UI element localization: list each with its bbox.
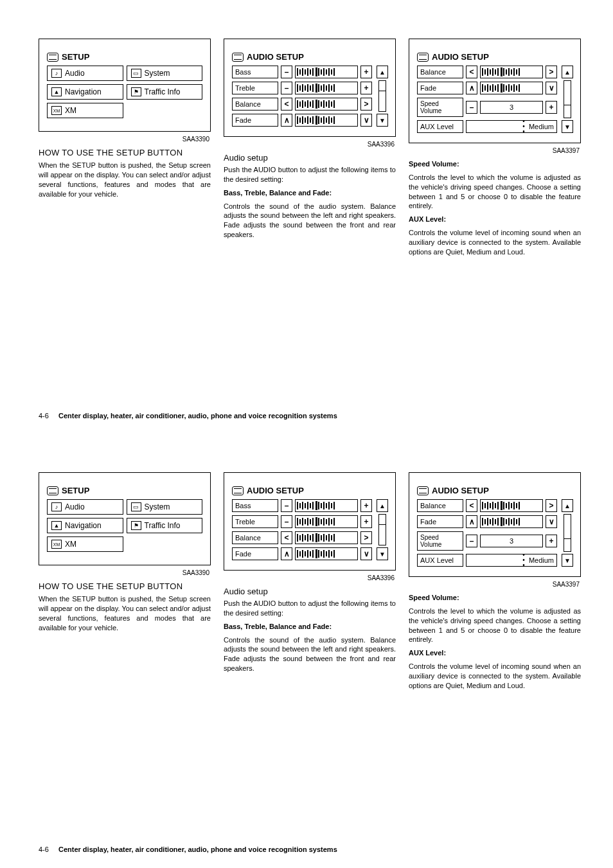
btbf-heading: Bass, Treble, Balance and Fade: — [224, 622, 396, 632]
setup-icon — [417, 486, 429, 495]
fade2-inc-button[interactable]: ∨ — [546, 82, 557, 94]
balance-bar[interactable] — [295, 531, 358, 544]
fade-bar[interactable] — [295, 547, 358, 560]
row-treble: Treble – + — [232, 515, 372, 528]
speed-volume-value: 3 — [480, 101, 543, 114]
bass-inc-button[interactable]: + — [360, 499, 372, 512]
menu-traffic[interactable]: ⚑ Traffic Info — [127, 518, 203, 533]
balance2-dec-button[interactable]: < — [466, 66, 477, 78]
balance-inc-button[interactable]: > — [360, 531, 372, 544]
how-to-body: When the SETUP button is pushed, the Set… — [39, 161, 211, 199]
scrollbar[interactable]: ▲ ▼ — [376, 66, 389, 127]
balance2-inc-button[interactable]: > — [546, 66, 557, 78]
scroll-up-icon[interactable]: ▲ — [377, 499, 388, 512]
balance-inc-button[interactable]: > — [360, 98, 372, 111]
fade-inc-button[interactable]: ∨ — [360, 547, 372, 560]
page-footer: 4-6 Center display, heater, air conditio… — [39, 846, 337, 853]
menu-xm[interactable]: XM XM — [47, 536, 123, 552]
balance2-dec-button[interactable]: < — [466, 499, 477, 512]
speedvol-inc-button[interactable]: + — [546, 101, 557, 114]
speed-volume-heading: Speed Volume: — [409, 159, 581, 169]
page-number: 4-6 — [39, 846, 49, 853]
row-bass: Bass – + — [232, 499, 372, 512]
footer-section: Center display, heater, air conditioner,… — [58, 412, 337, 420]
scrollbar[interactable]: ▲ ▼ — [561, 66, 574, 133]
bass-inc-button[interactable]: + — [360, 66, 372, 78]
bass-dec-button[interactable]: – — [281, 499, 292, 512]
bass-dec-button[interactable]: – — [281, 66, 292, 78]
treble-bar[interactable] — [295, 515, 358, 528]
note-icon: ♪ — [51, 502, 62, 511]
setup-icon — [47, 486, 58, 495]
scrollbar[interactable]: ▲ ▼ — [376, 499, 389, 560]
menu-system[interactable]: ▭ System — [127, 66, 203, 81]
scroll-up-icon[interactable]: ▲ — [562, 66, 573, 78]
row-balance-2: Balance < > — [417, 499, 557, 512]
scroll-down-icon[interactable]: ▼ — [562, 120, 573, 133]
treble-dec-button[interactable]: – — [281, 515, 292, 528]
fade2-bar[interactable] — [480, 515, 543, 528]
balance2-bar[interactable] — [480, 499, 543, 512]
menu-traffic[interactable]: ⚑ Traffic Info — [127, 84, 203, 100]
row-treble: Treble – + — [232, 82, 372, 94]
menu-navigation[interactable]: ▲ Navigation — [47, 518, 123, 533]
menu-system[interactable]: ▭ System — [127, 499, 203, 515]
fade2-dec-button[interactable]: ∧ — [466, 82, 477, 94]
page-footer: 4-6 Center display, heater, air conditio… — [39, 412, 337, 420]
fade-bar[interactable] — [295, 114, 358, 127]
aux-level-value[interactable]: ••• Medium — [466, 120, 557, 133]
row-fade-2: Fade ∧ ∨ — [417, 82, 557, 94]
menu-audio[interactable]: ♪ Audio — [47, 66, 123, 81]
speedvol-inc-button[interactable]: + — [546, 535, 557, 547]
scroll-track[interactable] — [378, 514, 386, 545]
balance-bar[interactable] — [295, 98, 358, 111]
traffic-icon: ⚑ — [131, 87, 141, 96]
fade-inc-button[interactable]: ∨ — [360, 114, 372, 127]
balance-dec-button[interactable]: < — [281, 98, 292, 111]
row-bass: Bass – + — [232, 66, 372, 78]
setup-screen: SETUP ♪ Audio ▭ System ▲ Navigation ⚑ Tr… — [39, 39, 211, 132]
scrollbar[interactable]: ▲ ▼ — [561, 499, 574, 567]
audio-setup-title-1: AUDIO SETUP — [247, 486, 304, 495]
fade2-bar[interactable] — [480, 82, 543, 94]
speedvol-dec-button[interactable]: – — [466, 101, 477, 114]
treble-inc-button[interactable]: + — [360, 515, 372, 528]
fade2-inc-button[interactable]: ∨ — [546, 515, 557, 528]
treble-bar[interactable] — [295, 82, 358, 94]
scroll-down-icon[interactable]: ▼ — [377, 114, 388, 127]
scroll-track[interactable] — [564, 514, 571, 552]
balance-dec-button[interactable]: < — [281, 531, 292, 544]
bass-bar[interactable] — [295, 66, 358, 78]
xm-icon: XM — [51, 106, 62, 115]
audio-setup-screen-2: AUDIO SETUP Balance < > Fade ∧ ∨ Speed V… — [409, 472, 581, 577]
page-number: 4-6 — [39, 412, 49, 420]
audio-setup-heading: Audio setup — [224, 587, 396, 596]
bass-bar[interactable] — [295, 499, 358, 512]
treble-dec-button[interactable]: – — [281, 82, 292, 94]
scroll-down-icon[interactable]: ▼ — [562, 554, 573, 567]
fade2-dec-button[interactable]: ∧ — [466, 515, 477, 528]
caption-1: SAA3390 — [39, 136, 211, 143]
speed-volume-value: 3 — [480, 535, 543, 547]
menu-navigation[interactable]: ▲ Navigation — [47, 84, 123, 100]
scroll-up-icon[interactable]: ▲ — [562, 499, 573, 512]
scroll-track[interactable] — [378, 80, 386, 112]
menu-xm[interactable]: XM XM — [47, 103, 123, 118]
balance2-inc-button[interactable]: > — [546, 499, 557, 512]
menu-audio[interactable]: ♪ Audio — [47, 499, 123, 515]
fade-dec-button[interactable]: ∧ — [281, 547, 292, 560]
row-balance: Balance < > — [232, 98, 372, 111]
scroll-up-icon[interactable]: ▲ — [377, 66, 388, 78]
aux-level-heading: AUX Level: — [409, 215, 581, 224]
scroll-track[interactable] — [564, 80, 571, 118]
caption-3: SAA3397 — [409, 147, 581, 154]
aux-level-value[interactable]: ••• Medium — [466, 554, 557, 567]
treble-inc-button[interactable]: + — [360, 82, 372, 94]
row-fade: Fade ∧ ∨ — [232, 547, 372, 560]
row-fade: Fade ∧ ∨ — [232, 114, 372, 127]
balance2-bar[interactable] — [480, 66, 543, 78]
scroll-down-icon[interactable]: ▼ — [377, 547, 388, 560]
setup-title: SETUP — [62, 52, 89, 62]
speedvol-dec-button[interactable]: – — [466, 535, 477, 547]
fade-dec-button[interactable]: ∧ — [281, 114, 292, 127]
